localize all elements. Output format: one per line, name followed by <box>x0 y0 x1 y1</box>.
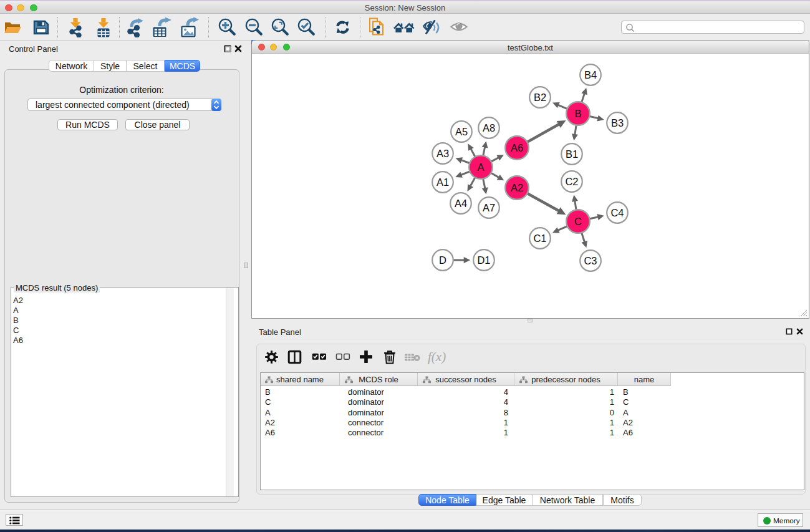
svg-text:A2: A2 <box>511 182 523 193</box>
svg-text:C3: C3 <box>584 255 597 266</box>
svg-text:B1: B1 <box>566 148 578 160</box>
svg-text:A6: A6 <box>511 142 523 153</box>
svg-text:A7: A7 <box>483 202 495 213</box>
svg-text:B: B <box>574 108 581 119</box>
svg-text:C1: C1 <box>533 233 546 244</box>
svg-text:B3: B3 <box>611 117 624 128</box>
svg-text:C: C <box>574 216 582 227</box>
svg-text:B4: B4 <box>584 69 597 80</box>
svg-text:A8: A8 <box>483 122 495 133</box>
svg-text:A1: A1 <box>436 177 449 188</box>
svg-text:A: A <box>477 162 484 173</box>
svg-text:A3: A3 <box>436 148 449 159</box>
svg-text:D: D <box>439 254 446 266</box>
svg-text:B2: B2 <box>534 92 546 103</box>
svg-text:C4: C4 <box>610 207 624 218</box>
svg-text:C2: C2 <box>565 176 578 187</box>
svg-text:D1: D1 <box>477 254 490 266</box>
svg-text:A4: A4 <box>455 198 467 209</box>
svg-text:A5: A5 <box>455 126 468 137</box>
